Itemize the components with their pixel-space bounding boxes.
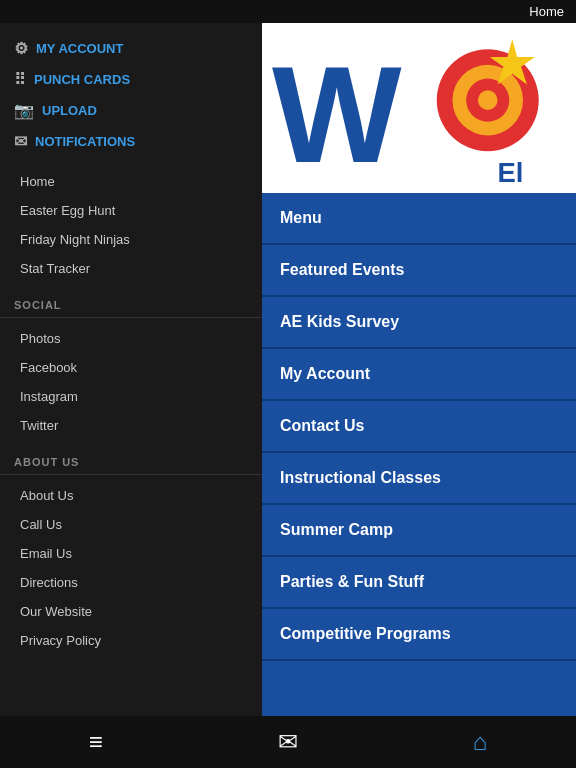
sidebar-item-call-us[interactable]: Call Us <box>0 510 262 539</box>
menu-item-my-account[interactable]: My Account <box>262 349 576 401</box>
sidebar-item-our-website[interactable]: Our Website <box>0 597 262 626</box>
menu-item-ae-kids-survey[interactable]: AE Kids Survey <box>262 297 576 349</box>
svg-point-4 <box>478 90 498 110</box>
svg-text:W: W <box>272 38 402 188</box>
menu-item-featured-events[interactable]: Featured Events <box>262 245 576 297</box>
sidebar-about-section-label: ABOUT US <box>0 444 262 472</box>
sidebar-social-section-label: SOCIAL <box>0 287 262 315</box>
bottom-bar: ≡✉⌂ <box>0 716 576 768</box>
menu-item-menu[interactable]: Menu <box>262 193 576 245</box>
upload-icon: 📷 <box>14 101 34 120</box>
menu-item-parties-fun-stuff[interactable]: Parties & Fun Stuff <box>262 557 576 609</box>
sidebar-action-my-account[interactable]: ⚙MY ACCOUNT <box>14 33 248 64</box>
sidebar-item-email-us[interactable]: Email Us <box>0 539 262 568</box>
menu-item-summer-camp[interactable]: Summer Camp <box>262 505 576 557</box>
punch-cards-icon: ⠿ <box>14 70 26 89</box>
sidebar-action-punch-cards[interactable]: ⠿PUNCH CARDS <box>14 64 248 95</box>
sidebar: ⚙MY ACCOUNT⠿PUNCH CARDS📷UPLOAD✉NOTIFICAT… <box>0 23 262 716</box>
sidebar-item-instagram[interactable]: Instagram <box>0 382 262 411</box>
sidebar-social-items: PhotosFacebookInstagramTwitter <box>0 320 262 444</box>
bottom-tab-hamburger[interactable]: ≡ <box>0 728 192 756</box>
sidebar-item-home[interactable]: Home <box>0 167 262 196</box>
logo-svg: W El <box>262 23 576 193</box>
sidebar-action-notifications[interactable]: ✉NOTIFICATIONS <box>14 126 248 157</box>
sidebar-item-friday-night-ninjas[interactable]: Friday Night Ninjas <box>0 225 262 254</box>
bottom-tab-home[interactable]: ⌂ <box>384 728 576 756</box>
menu-item-contact-us[interactable]: Contact Us <box>262 401 576 453</box>
top-bar: Home <box>0 0 576 23</box>
right-panel: W El MenuFeatured EventsAE Kids SurveyMy… <box>262 23 576 716</box>
main-area: ⚙MY ACCOUNT⠿PUNCH CARDS📷UPLOAD✉NOTIFICAT… <box>0 23 576 716</box>
svg-text:El: El <box>498 157 524 188</box>
sidebar-item-facebook[interactable]: Facebook <box>0 353 262 382</box>
sidebar-item-about-us[interactable]: About Us <box>0 481 262 510</box>
sidebar-top-actions: ⚙MY ACCOUNT⠿PUNCH CARDS📷UPLOAD✉NOTIFICAT… <box>0 23 262 163</box>
sidebar-item-stat-tracker[interactable]: Stat Tracker <box>0 254 262 283</box>
sidebar-item-photos[interactable]: Photos <box>0 324 262 353</box>
sidebar-action-upload[interactable]: 📷UPLOAD <box>14 95 248 126</box>
hamburger-icon: ≡ <box>89 728 103 756</box>
menu-item-competitive-programs[interactable]: Competitive Programs <box>262 609 576 661</box>
menu-list: MenuFeatured EventsAE Kids SurveyMy Acco… <box>262 193 576 716</box>
home-icon: ⌂ <box>473 728 488 756</box>
logo-area: W El <box>262 23 576 193</box>
notifications-icon: ✉ <box>14 132 27 151</box>
sidebar-item-easter-egg-hunt[interactable]: Easter Egg Hunt <box>0 196 262 225</box>
sidebar-item-privacy-policy[interactable]: Privacy Policy <box>0 626 262 655</box>
top-bar-label: Home <box>529 4 564 19</box>
sidebar-item-directions[interactable]: Directions <box>0 568 262 597</box>
my-account-icon: ⚙ <box>14 39 28 58</box>
menu-item-instructional-classes[interactable]: Instructional Classes <box>262 453 576 505</box>
sidebar-social-divider <box>0 317 262 318</box>
sidebar-nav-items: HomeEaster Egg HuntFriday Night NinjasSt… <box>0 163 262 287</box>
mail-icon: ✉ <box>278 728 298 756</box>
sidebar-about-items: About UsCall UsEmail UsDirectionsOur Web… <box>0 477 262 659</box>
sidebar-item-twitter[interactable]: Twitter <box>0 411 262 440</box>
sidebar-about-divider <box>0 474 262 475</box>
bottom-tab-mail[interactable]: ✉ <box>192 728 384 756</box>
